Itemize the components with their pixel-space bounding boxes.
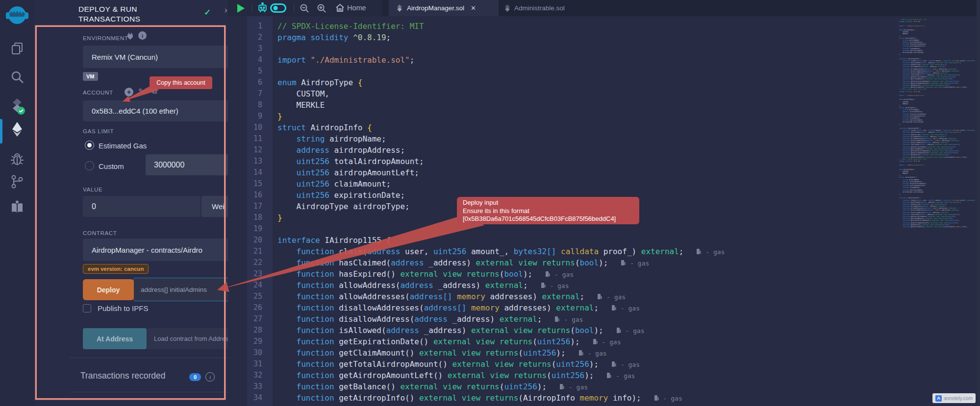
minimap[interactable]: // SPDX-License-Identifier: MITpragma so… bbox=[899, 19, 977, 232]
tab-administrable[interactable]: Administrable.sol bbox=[499, 0, 584, 16]
code-line: 11 string airdropName; bbox=[228, 133, 905, 144]
deploy-args-input[interactable]: address[] initialAdmins bbox=[133, 278, 236, 301]
toolbar-separator bbox=[294, 3, 294, 13]
code-line: 9} bbox=[228, 111, 905, 122]
publish-ipfs-label: Publish to IPFS bbox=[98, 304, 148, 312]
custom-gas-radio[interactable] bbox=[85, 161, 94, 170]
at-address-placeholder: Load contract from Addres bbox=[154, 335, 228, 342]
code-line: 5 bbox=[228, 66, 905, 77]
gas-estimate-annotation: - gas bbox=[654, 395, 682, 402]
code-line: 30 function getClaimAmount() external vi… bbox=[228, 347, 905, 358]
code-line: 25 function allowAddresses(address[] mem… bbox=[228, 291, 905, 302]
code-line: 32 function getAirdropAmountLeft() exter… bbox=[228, 370, 905, 381]
code-line: 33 function getBalance() external view r… bbox=[228, 381, 905, 392]
tab-label: Administrable.sol bbox=[514, 4, 565, 12]
gas-estimate-annotation: - gas bbox=[541, 282, 569, 289]
add-account-icon[interactable]: + bbox=[125, 88, 133, 96]
gas-estimate-annotation: - gas bbox=[559, 383, 588, 391]
plug-icon[interactable] bbox=[126, 32, 134, 40]
deploy-args-placeholder: address[] initialAdmins bbox=[141, 286, 207, 293]
custom-gas-value: 3000000 bbox=[154, 161, 184, 169]
callout-text: Deploy input bbox=[463, 199, 633, 207]
zoom-in-icon[interactable] bbox=[317, 3, 327, 13]
watermark-logo: A bbox=[935, 395, 942, 402]
code-line: 28 function isAllowed(address _address) … bbox=[228, 325, 905, 336]
code-line: 1// SPDX-License-Identifier: MIT bbox=[228, 21, 905, 32]
code-line: 21 function claim(address user, uint256 … bbox=[228, 246, 905, 257]
debugger-bug-icon[interactable] bbox=[0, 152, 34, 167]
remix-logo[interactable] bbox=[0, 3, 34, 28]
transactions-count-badge: 0 bbox=[189, 373, 201, 381]
transactions-info-icon[interactable]: i bbox=[205, 372, 215, 382]
callout-text: Ensure its in this format bbox=[463, 207, 633, 215]
gas-estimate-annotation: - gas bbox=[696, 248, 725, 256]
home-icon[interactable] bbox=[335, 3, 345, 12]
at-address-button[interactable]: At Address bbox=[83, 328, 147, 349]
copy-account-callout: Copy this account bbox=[150, 76, 212, 89]
code-line: 8 MERKLE bbox=[228, 99, 905, 111]
callout-text: Copy this account bbox=[156, 79, 205, 86]
value-unit: Wei bbox=[212, 202, 225, 211]
watermark-text: annotely.com bbox=[944, 396, 973, 401]
compile-success-check-icon: ✓ bbox=[204, 7, 211, 18]
gas-estimate-annotation: - gas bbox=[545, 271, 574, 278]
solidity-file-icon bbox=[397, 4, 402, 12]
at-address-label: At Address bbox=[97, 335, 133, 343]
account-value: 0x5B3...eddC4 (100 ether) bbox=[92, 107, 178, 115]
value-label: VALUE bbox=[83, 187, 102, 192]
code-line: 19 bbox=[228, 223, 905, 235]
solidity-file-icon bbox=[504, 4, 510, 12]
scrollbar[interactable] bbox=[977, 0, 980, 406]
code-line: 31 function getTotalAirdropAmount() exte… bbox=[228, 358, 905, 370]
code-line: 13 uint256 totalAirdropAmount; bbox=[228, 156, 905, 167]
close-tab-icon[interactable]: ✕ bbox=[471, 4, 476, 12]
book-learn-icon[interactable] bbox=[0, 200, 34, 215]
gas-estimate-annotation: - gas bbox=[593, 338, 621, 346]
code-line: 29 function getExpirationDate() external… bbox=[228, 336, 905, 347]
value-amount: 0 bbox=[92, 202, 96, 211]
gas-limit-label: GAS LIMIT bbox=[83, 128, 114, 134]
transactions-recorded-label: Transactions recorded bbox=[80, 371, 165, 381]
home-tab-label[interactable]: Home bbox=[347, 4, 366, 12]
environment-label: ENVIRONMENT bbox=[83, 35, 128, 41]
code-line: 20interface IAirdrop1155 { bbox=[228, 235, 905, 246]
evm-version-badge: evm version: cancun bbox=[83, 264, 149, 274]
run-script-play-icon[interactable] bbox=[237, 4, 245, 13]
gas-estimate-annotation: - gas bbox=[554, 316, 583, 323]
deploy-button[interactable]: Deploy bbox=[83, 279, 134, 300]
code-line: 27 function disallowAddress(address _add… bbox=[228, 313, 905, 325]
watermark: A annotely.com bbox=[932, 393, 976, 403]
tab-airdropmanager[interactable]: AirdropManager.sol ✕ bbox=[389, 0, 499, 16]
ai-assistant-robot-icon[interactable] bbox=[257, 2, 268, 14]
search-icon[interactable] bbox=[0, 70, 34, 84]
code-line: 3 bbox=[228, 43, 905, 54]
gas-estimate-annotation: - gas bbox=[611, 361, 640, 368]
code-line: 2pragma solidity ^0.8.19; bbox=[228, 32, 905, 43]
publish-ipfs-checkbox[interactable] bbox=[83, 304, 91, 312]
panel-title: DEPLOY & RUN TRANSACTIONS bbox=[78, 4, 201, 24]
code-line: 12 address airdropAddress; bbox=[228, 144, 905, 156]
callout-text: [0x5B38Da6a701c568545dCfcB03FcB875f56bed… bbox=[463, 215, 633, 223]
file-explorer-icon[interactable] bbox=[0, 42, 34, 55]
source-control-branch-icon[interactable] bbox=[0, 174, 34, 189]
custom-gas-label: Custom bbox=[99, 162, 124, 170]
toolbar-separator bbox=[251, 3, 252, 13]
gas-estimate-annotation: - gas bbox=[621, 260, 649, 267]
deploy-run-icon[interactable] bbox=[0, 121, 34, 137]
icon-sidebar bbox=[0, 0, 34, 406]
code-line: 15 uint256 claimAmount; bbox=[228, 178, 905, 190]
estimated-gas-radio[interactable] bbox=[85, 141, 94, 150]
edit-account-icon[interactable]: ✎ bbox=[138, 87, 145, 96]
zoom-out-icon[interactable] bbox=[300, 3, 309, 13]
code-line: 6enum AirdropType { bbox=[228, 77, 905, 88]
solidity-compiler-icon[interactable] bbox=[0, 98, 34, 115]
tab-bar: AirdropManager.sol ✕ Administrable.sol bbox=[382, 0, 980, 16]
value-input[interactable]: 0 bbox=[83, 196, 201, 217]
ai-toggle-icon[interactable] bbox=[270, 3, 286, 13]
code-line: 23 function hasExpired() external view r… bbox=[228, 268, 905, 280]
expand-chevron-icon[interactable]: › bbox=[225, 5, 227, 15]
environment-info-icon[interactable]: i bbox=[138, 31, 147, 40]
gas-estimate-annotation: - gas bbox=[578, 350, 607, 357]
gas-estimate-annotation: - gas bbox=[611, 305, 640, 312]
code-line: 22 function hasClaimed(address _address)… bbox=[228, 257, 905, 268]
